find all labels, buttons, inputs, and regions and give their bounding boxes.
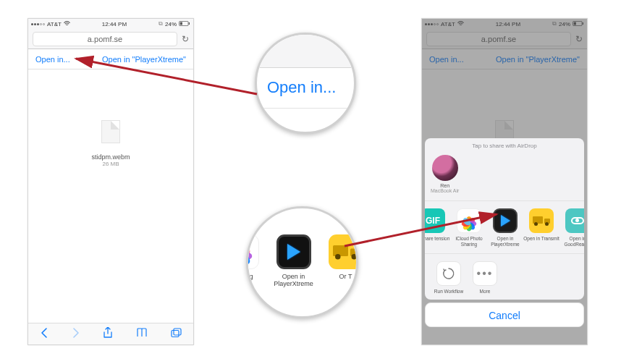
airdrop-row: Ren MacBook Air [425,152,584,200]
open-in-playerxtreme-link[interactable]: Open in "PlayerXtreme" [102,55,186,64]
zoomed-label: Open in PlayerXtreme [272,273,316,287]
status-bar: AT&T 12:44 PM ⧉ 24% [28,19,193,29]
wifi-icon [64,21,70,27]
left-phone: AT&T 12:44 PM ⧉ 24% a.pomf.se ↻ Open in.… [28,18,194,345]
svg-rect-3 [172,331,179,337]
action-label: More [467,289,503,295]
signal-icon [31,23,45,25]
back-icon[interactable] [40,327,48,341]
share-app-label: iCloud Photo Sharing [451,236,487,247]
airdrop-device: MacBook Air [431,188,459,193]
share-app-label: Open in Transmit [523,236,559,242]
share-app-gif[interactable]: GIF ly Share tension [425,208,451,242]
action-workflow[interactable]: Run Workflow [431,261,467,295]
open-in-link[interactable]: Open in... [35,55,70,64]
transmit-icon [329,234,359,269]
bookmarks-icon[interactable] [136,328,148,340]
zoomed-photos: hoto ing [246,234,263,280]
svg-rect-1 [189,22,190,24]
zoomed-label: hoto ing [246,273,263,280]
airdrop-header: Tap to share with AirDrop [425,138,584,152]
share-app-playerxtreme[interactable]: Open in PlayerXtreme [487,208,523,247]
share-icon[interactable] [103,327,113,341]
battery-label: 24% [165,21,177,27]
zoomed-open-in: Open in... [257,68,354,109]
share-sheet: Tap to share with AirDrop Ren MacBook Ai… [422,138,587,344]
zoomed-playerxtreme: Open in PlayerXtreme [272,234,316,287]
share-app-transmit[interactable]: Open in Transmit [523,208,559,242]
cancel-button[interactable]: Cancel [425,302,584,327]
carrier-label: AT&T [47,21,62,27]
address-bar: a.pomf.se ↻ [28,29,193,49]
transmit-icon [529,208,554,233]
photos-icon [457,208,481,233]
photos-icon [246,234,259,269]
magnifier-top: Open in... [255,33,356,134]
playerxtreme-icon [493,208,518,233]
zoomed-label: Or T [324,273,359,280]
share-app-goodreader[interactable]: Open in GoodReader [559,208,584,247]
share-app-photos[interactable]: iCloud Photo Sharing [451,208,487,247]
share-action-row: Run Workflow ••• More [425,253,584,300]
file-name: stidpm.webm [28,153,193,161]
open-in-bar: Open in... Open in "PlayerXtreme" [28,49,193,69]
document-icon [101,120,120,143]
tabs-icon[interactable] [171,328,182,340]
share-app-label: Open in GoodReader [559,236,584,247]
airdrop-target[interactable]: Ren MacBook Air [431,155,459,193]
share-app-label: Open in PlayerXtreme [487,236,523,247]
action-more[interactable]: ••• More [467,261,503,295]
file-preview: stidpm.webm 26 MB [28,69,193,167]
battery-icon [179,21,190,27]
right-phone: AT&T 12:44 PM ⧉ 24% a.pomf.se ↻ Open in.… [421,18,588,345]
file-size: 26 MB [28,161,193,167]
avatar [432,155,458,181]
clock-label: 12:44 PM [102,21,127,27]
zoomed-address-bar [257,35,354,68]
address-field[interactable]: a.pomf.se [33,32,177,46]
action-label: Run Workflow [431,289,467,295]
share-app-label: ly Share tension [425,236,451,242]
magnifier-bottom: hoto ing Open in PlayerXtreme Or T [246,206,358,318]
share-main-section: Tap to share with AirDrop Ren MacBook Ai… [425,138,584,300]
zoomed-transmit: Or T [324,234,359,280]
bluetooth-icon: ⧉ [159,20,163,27]
svg-rect-4 [174,329,181,335]
forward-icon[interactable] [72,327,80,341]
airdrop-name: Ren [431,183,459,188]
more-icon: ••• [473,261,497,286]
svg-rect-2 [180,22,182,25]
playerxtreme-icon [276,234,311,269]
reload-icon[interactable]: ↻ [182,34,189,44]
share-app-row: GIF ly Share tension iCloud Photo Sharin… [425,200,584,253]
gif-icon: GIF [425,208,445,233]
workflow-icon [436,261,461,286]
safari-toolbar [28,323,193,344]
goodreader-icon [565,208,584,233]
